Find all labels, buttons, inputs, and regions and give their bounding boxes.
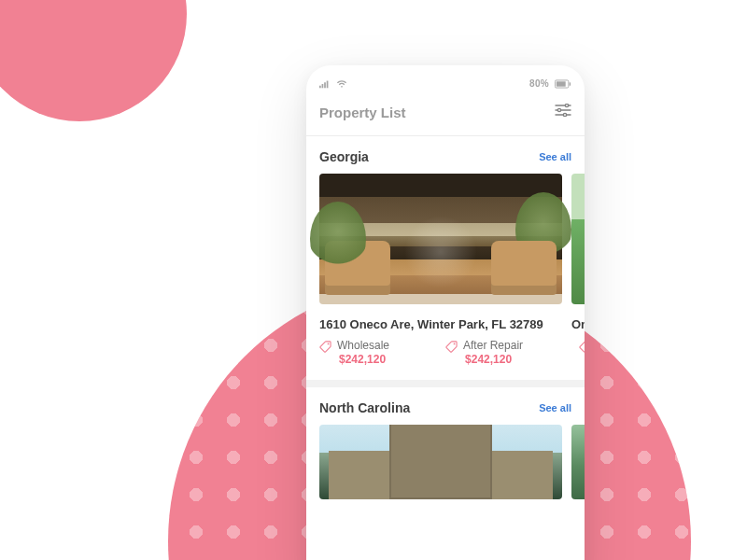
decorative-tower xyxy=(389,425,492,499)
wifi-icon xyxy=(336,79,347,89)
decorative-plant xyxy=(310,202,366,276)
decorative-plant xyxy=(515,192,571,267)
price-label: Wholesale xyxy=(337,339,389,353)
price-row: Wholesale $242,120 After Repair $242,120 xyxy=(306,339,585,380)
svg-rect-2 xyxy=(324,82,326,88)
svg-rect-1 xyxy=(322,84,324,88)
section-title: North Carolina xyxy=(319,400,410,415)
see-all-link[interactable]: See all xyxy=(539,151,571,162)
price-block-peek xyxy=(579,339,585,367)
price-value: $242,120 xyxy=(463,353,523,367)
see-all-link[interactable]: See all xyxy=(539,402,571,413)
phone-frame: 80% Property List Georgia See all xyxy=(306,65,585,560)
card-row-georgia xyxy=(306,174,585,304)
tag-icon xyxy=(579,340,585,357)
property-address-peek: On xyxy=(571,317,585,331)
svg-rect-0 xyxy=(319,85,321,88)
section-head-nc: North Carolina See all xyxy=(306,387,585,425)
section-gap xyxy=(306,380,585,387)
svg-point-12 xyxy=(563,113,566,116)
property-image xyxy=(319,174,562,304)
svg-point-13 xyxy=(328,343,330,345)
price-block-after-repair: After Repair $242,120 xyxy=(445,339,523,367)
property-address: 1610 Oneco Are, Winter Park, FL 32789 xyxy=(319,317,562,331)
page-title: Property List xyxy=(319,105,406,120)
decorative-circle-top xyxy=(0,0,187,121)
signal-icon xyxy=(319,79,331,89)
price-value: $242,120 xyxy=(337,353,389,367)
card-row-nc xyxy=(306,425,585,499)
property-card[interactable] xyxy=(319,425,562,499)
section-head-georgia: Georgia See all xyxy=(306,136,585,174)
svg-point-10 xyxy=(557,108,560,111)
svg-rect-5 xyxy=(557,81,566,86)
battery-icon xyxy=(555,79,571,89)
address-row: 1610 Oneco Are, Winter Park, FL 32789 On xyxy=(306,304,585,339)
filter-icon[interactable] xyxy=(555,104,571,120)
decorative-wing xyxy=(487,451,553,499)
header: Property List xyxy=(306,94,585,135)
svg-rect-3 xyxy=(327,80,329,88)
battery-percent: 80% xyxy=(529,78,549,89)
property-image xyxy=(319,425,562,499)
property-card[interactable] xyxy=(319,174,562,304)
price-block-wholesale: Wholesale $242,120 xyxy=(319,339,389,367)
property-card-peek[interactable] xyxy=(571,174,585,304)
svg-rect-6 xyxy=(570,82,571,86)
section-title: Georgia xyxy=(319,149,369,164)
tag-icon xyxy=(319,340,331,357)
property-card-peek[interactable] xyxy=(571,425,585,499)
svg-point-14 xyxy=(454,343,456,345)
tag-icon xyxy=(445,340,458,357)
status-bar: 80% xyxy=(306,65,585,94)
price-label: After Repair xyxy=(463,339,523,353)
svg-point-8 xyxy=(565,104,568,106)
decorative-wing xyxy=(329,451,394,499)
